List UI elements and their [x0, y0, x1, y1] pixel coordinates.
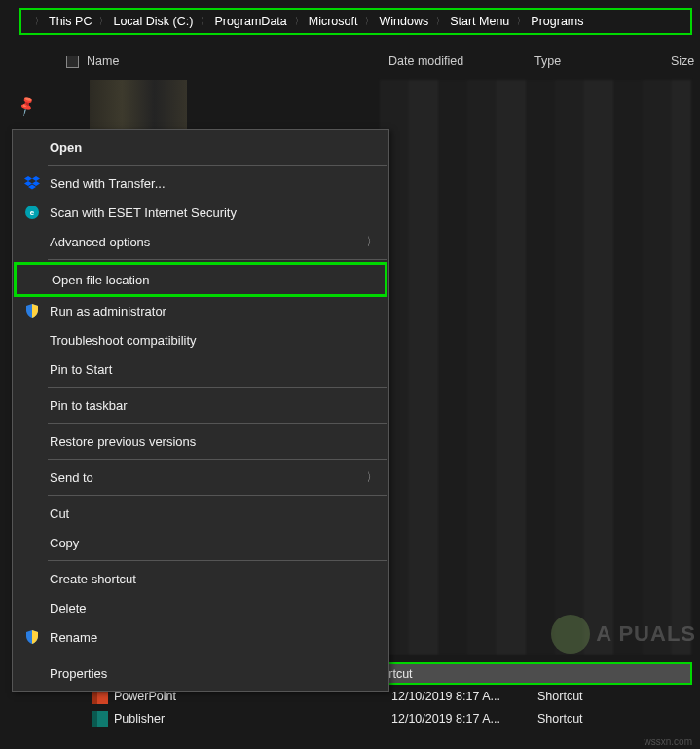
file-name: Publisher [114, 712, 391, 726]
ctx-open[interactable]: Open [15, 132, 387, 162]
ctx-create-shortcut[interactable]: Create shortcut [15, 564, 387, 593]
file-date: 12/10/2019 8:17 A... [391, 690, 537, 703]
column-header-size[interactable]: Size [665, 55, 694, 68]
separator [48, 495, 387, 496]
pin-icon[interactable]: 📌 [15, 94, 37, 116]
separator [48, 259, 387, 260]
separator [48, 423, 387, 424]
ctx-rename[interactable]: Rename [15, 622, 387, 652]
ctx-pin-start[interactable]: Pin to Start [15, 355, 387, 384]
shield-icon [22, 301, 42, 320]
ctx-advanced-options[interactable]: Advanced options〉 [15, 227, 387, 256]
ctx-scan-eset[interactable]: e Scan with ESET Internet Security [15, 198, 387, 227]
ctx-delete[interactable]: Delete [15, 593, 387, 622]
file-type: Shortcut [537, 712, 692, 726]
separator [48, 459, 387, 460]
chevron-right-icon: 〉 [35, 15, 42, 28]
ctx-troubleshoot[interactable]: Troubleshoot compatibility [15, 325, 387, 355]
breadcrumb[interactable]: 〉 This PC〉 Local Disk (C:)〉 ProgramData〉… [19, 8, 692, 35]
watermark-url: wssxn.com [645, 736, 692, 747]
breadcrumb-item[interactable]: ProgramData〉 [214, 15, 308, 28]
separator [48, 560, 387, 561]
file-date: 12/10/2019 8:17 A... [391, 712, 537, 726]
breadcrumb-item[interactable]: Start Menu〉 [450, 15, 531, 28]
ctx-restore-prev[interactable]: Restore previous versions [15, 427, 387, 456]
ctx-send-to[interactable]: Send to〉 [15, 463, 387, 492]
file-type: Shortcut [367, 667, 690, 681]
svg-text:e: e [30, 208, 35, 217]
column-header-name[interactable]: Name [87, 55, 119, 68]
watermark-face-icon [551, 615, 590, 654]
ctx-open-file-location[interactable]: Open file location [14, 262, 387, 297]
separator [48, 655, 387, 655]
file-type: Shortcut [537, 690, 692, 703]
publisher-icon [92, 711, 108, 727]
ctx-run-admin[interactable]: Run as administrator [15, 296, 387, 325]
shield-icon [22, 627, 42, 647]
breadcrumb-item[interactable]: Microsoft〉 [309, 15, 380, 28]
ctx-properties[interactable]: Properties [15, 658, 387, 688]
column-headers: Name Date modified Type Size [0, 47, 700, 76]
ctx-send-transfer[interactable]: Send with Transfer... [15, 169, 387, 198]
select-all-checkbox[interactable] [66, 56, 79, 68]
context-menu: Open Send with Transfer... e Scan with E… [12, 129, 389, 692]
table-row-publisher[interactable]: Publisher 12/10/2019 8:17 A... Shortcut [58, 707, 692, 730]
dropbox-icon [22, 173, 42, 193]
chevron-right-icon: 〉 [367, 469, 375, 486]
breadcrumb-item[interactable]: Programs [531, 15, 583, 28]
breadcrumb-item[interactable]: Local Disk (C:)〉 [113, 15, 214, 28]
chevron-right-icon: 〉 [367, 234, 375, 250]
ctx-cut[interactable]: Cut [15, 499, 387, 528]
obscured-content [90, 80, 187, 129]
eset-icon: e [22, 203, 42, 222]
separator [48, 165, 387, 166]
breadcrumb-item[interactable]: Windows〉 [379, 15, 450, 28]
obscured-content [380, 80, 691, 655]
ctx-pin-taskbar[interactable]: Pin to taskbar [15, 391, 387, 420]
separator [48, 387, 387, 388]
watermark: A PUALS [540, 611, 696, 657]
ctx-copy[interactable]: Copy [15, 528, 387, 557]
column-header-date[interactable]: Date modified [383, 55, 463, 68]
breadcrumb-item[interactable]: This PC〉 [49, 15, 113, 28]
column-header-type[interactable]: Type [529, 55, 561, 68]
